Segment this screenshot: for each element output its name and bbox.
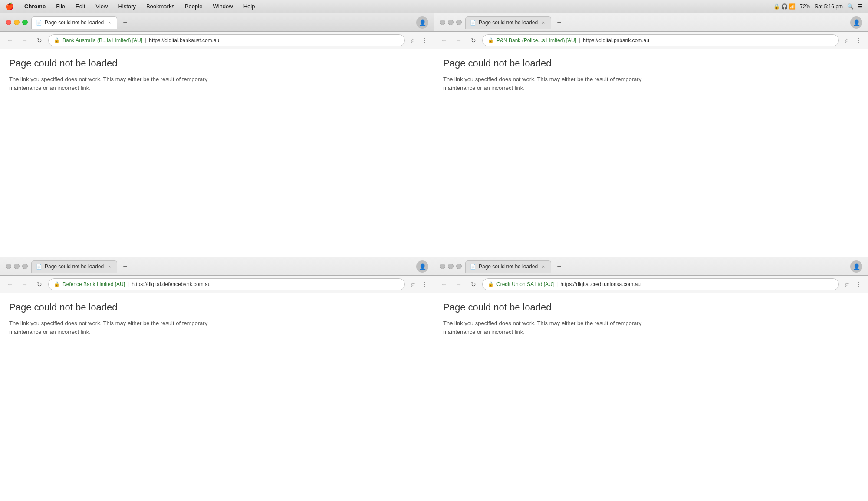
minimize-button-4[interactable]: [448, 264, 454, 269]
tab-4[interactable]: 📄 Page could not be loaded ×: [465, 260, 551, 273]
minimize-button-3[interactable]: [14, 264, 20, 269]
browser-bottom-right: 📄 Page could not be loaded × + 👤 ← → ↻ 🔒…: [434, 257, 868, 501]
secure-icon-4: 🔒: [488, 281, 494, 287]
maximize-button-2[interactable]: [456, 20, 462, 25]
forward-btn-1[interactable]: →: [19, 34, 31, 46]
menu-window[interactable]: Window: [211, 3, 234, 10]
refresh-btn-2[interactable]: ↻: [467, 34, 480, 46]
maximize-button-4[interactable]: [456, 264, 462, 269]
tab-bar-1: 📄 Page could not be loaded × +: [31, 16, 413, 29]
bookmark-btn-1[interactable]: ☆: [408, 35, 418, 46]
address-field-1[interactable]: 🔒 Bank Australia (B...ia Limited) [AU] |…: [48, 34, 405, 46]
menu-help[interactable]: Help: [242, 3, 257, 10]
profile-btn-1[interactable]: 👤: [416, 16, 428, 29]
browsers-grid: 📄 Page could not be loaded × + 👤 ← → ↻ 🔒…: [0, 13, 868, 501]
address-url-2: https://digital.pnbank.com.au: [583, 37, 649, 43]
close-button-2[interactable]: [440, 20, 445, 25]
address-sep-4: |: [556, 281, 558, 287]
tab-close-1[interactable]: ×: [106, 20, 112, 26]
tab-3[interactable]: 📄 Page could not be loaded ×: [31, 260, 117, 273]
address-field-3[interactable]: 🔒 Defence Bank Limited [AU] | https://di…: [48, 278, 405, 290]
forward-btn-4[interactable]: →: [453, 278, 465, 290]
battery-level: 72%: [800, 3, 810, 10]
bank-name-2: P&N Bank (Police...s Limited) [AU]: [496, 37, 576, 43]
minimize-button-2[interactable]: [448, 20, 454, 25]
back-btn-4[interactable]: ←: [438, 278, 450, 290]
bookmark-btn-4[interactable]: ☆: [842, 279, 852, 290]
tab-page-icon-2: 📄: [470, 20, 476, 26]
tab-bar-3: 📄 Page could not be loaded × +: [31, 260, 413, 273]
bookmark-btn-3[interactable]: ☆: [408, 279, 418, 290]
back-btn-2[interactable]: ←: [438, 34, 450, 46]
search-icon[interactable]: 🔍: [847, 3, 854, 10]
page-content-1: Page could not be loaded The link you sp…: [0, 49, 434, 257]
error-body-3: The link you specified does not work. Th…: [9, 319, 209, 336]
tab-close-4[interactable]: ×: [540, 264, 546, 270]
bookmark-btn-2[interactable]: ☆: [842, 35, 852, 46]
refresh-btn-4[interactable]: ↻: [467, 278, 480, 290]
tab-title-1: Page could not be loaded: [45, 20, 104, 26]
maximize-button-1[interactable]: [22, 20, 28, 25]
menu-bookmarks[interactable]: Bookmarks: [145, 3, 176, 10]
title-bar-1: 📄 Page could not be loaded × + 👤: [0, 13, 434, 32]
refresh-btn-1[interactable]: ↻: [33, 34, 46, 46]
profile-btn-3[interactable]: 👤: [416, 260, 428, 273]
more-btn-3[interactable]: ⋮: [420, 279, 430, 290]
tab-title-2: Page could not be loaded: [479, 20, 538, 26]
refresh-btn-3[interactable]: ↻: [33, 278, 46, 290]
new-tab-btn-4[interactable]: +: [553, 260, 565, 273]
new-tab-btn-2[interactable]: +: [553, 16, 565, 29]
apple-menu[interactable]: 🍎: [5, 2, 14, 10]
close-button-1[interactable]: [6, 20, 11, 25]
traffic-lights-1: [6, 20, 28, 25]
bank-name-1: Bank Australia (B...ia Limited) [AU]: [62, 37, 142, 43]
menu-chrome[interactable]: Chrome: [23, 3, 47, 10]
maximize-button-3[interactable]: [22, 264, 28, 269]
menu-history[interactable]: History: [116, 3, 137, 10]
menu-people[interactable]: People: [183, 3, 204, 10]
close-button-3[interactable]: [6, 264, 11, 269]
error-title-2: Page could not be loaded: [443, 58, 859, 69]
profile-btn-2[interactable]: 👤: [850, 16, 862, 29]
tab-title-3: Page could not be loaded: [45, 264, 104, 270]
tab-page-icon-3: 📄: [36, 264, 42, 270]
tab-title-4: Page could not be loaded: [479, 264, 538, 270]
secure-icon-2: 🔒: [488, 37, 494, 43]
error-body-1: The link you specified does not work. Th…: [9, 75, 209, 92]
back-btn-1[interactable]: ←: [4, 34, 16, 46]
title-bar-2: 📄 Page could not be loaded × + 👤: [434, 13, 868, 32]
address-field-2[interactable]: 🔒 P&N Bank (Police...s Limited) [AU] | h…: [482, 34, 839, 46]
close-button-4[interactable]: [440, 264, 445, 269]
new-tab-btn-1[interactable]: +: [119, 16, 131, 29]
tab-close-2[interactable]: ×: [540, 20, 546, 26]
forward-btn-2[interactable]: →: [453, 34, 465, 46]
control-center-icon[interactable]: ☰: [858, 3, 863, 10]
tab-1[interactable]: 📄 Page could not be loaded ×: [31, 16, 117, 29]
back-btn-3[interactable]: ←: [4, 278, 16, 290]
tab-bar-4: 📄 Page could not be loaded × +: [465, 260, 847, 273]
tab-page-icon-4: 📄: [470, 264, 476, 270]
traffic-lights-4: [440, 264, 462, 269]
tab-close-3[interactable]: ×: [106, 264, 112, 270]
profile-btn-4[interactable]: 👤: [850, 260, 862, 273]
forward-btn-3[interactable]: →: [19, 278, 31, 290]
page-content-3: Page could not be loaded The link you sp…: [0, 293, 434, 501]
error-body-4: The link you specified does not work. Th…: [443, 319, 643, 336]
new-tab-btn-3[interactable]: +: [119, 260, 131, 273]
traffic-lights-3: [6, 264, 28, 269]
menu-view[interactable]: View: [94, 3, 109, 10]
browser-bottom-left: 📄 Page could not be loaded × + 👤 ← → ↻ 🔒…: [0, 257, 434, 501]
minimize-button-1[interactable]: [14, 20, 20, 25]
traffic-lights-2: [440, 20, 462, 25]
address-bar-1: ← → ↻ 🔒 Bank Australia (B...ia Limited) …: [0, 32, 434, 49]
menu-edit[interactable]: Edit: [74, 3, 87, 10]
address-field-4[interactable]: 🔒 Credit Union SA Ltd [AU] | https://dig…: [482, 278, 839, 290]
error-title-1: Page could not be loaded: [9, 58, 425, 69]
menu-file[interactable]: File: [54, 3, 67, 10]
more-btn-1[interactable]: ⋮: [420, 35, 430, 46]
more-btn-2[interactable]: ⋮: [854, 35, 864, 46]
more-btn-4[interactable]: ⋮: [854, 279, 864, 290]
address-url-3: https://digital.defencebank.com.au: [132, 281, 210, 287]
tab-2[interactable]: 📄 Page could not be loaded ×: [465, 16, 551, 29]
tab-page-icon-1: 📄: [36, 20, 42, 26]
